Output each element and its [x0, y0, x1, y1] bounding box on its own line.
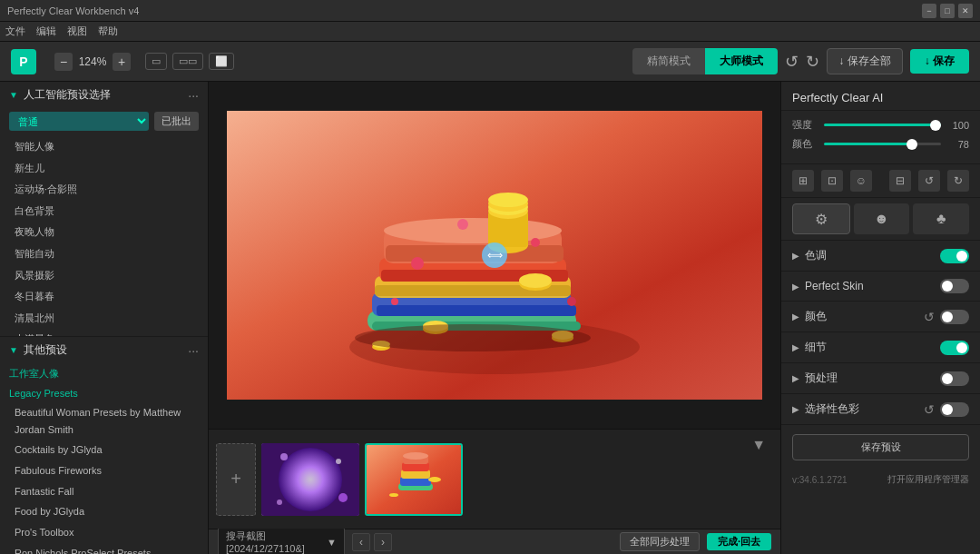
- search-text: 搜寻截图[2024/12/27110&]: [226, 529, 327, 554]
- sliders-icon[interactable]: ⊞: [792, 170, 814, 192]
- list-item[interactable]: 新生儿: [0, 158, 208, 180]
- chevron-down-icon: ▼: [9, 90, 18, 100]
- right-panel-header: Perfectly Clear AI: [781, 82, 980, 111]
- prev-button[interactable]: ‹: [352, 533, 370, 551]
- ai-presets-more-icon[interactable]: ···: [188, 88, 199, 103]
- list-item[interactable]: 智能人像: [0, 136, 208, 158]
- tab-presets[interactable]: ♣: [913, 203, 969, 234]
- titlebar: Perfectly Clear Workbench v4 − □ ✕: [0, 0, 980, 22]
- list-item[interactable]: 大漠景色: [0, 329, 208, 336]
- color-tone-toggle[interactable]: [940, 249, 969, 263]
- right-panel-title: Perfectly Clear AI: [792, 91, 969, 104]
- simple-mode-button[interactable]: 精简模式: [632, 48, 705, 74]
- save-preset-button[interactable]: 保存预设: [792, 434, 969, 460]
- list-item[interactable]: 清晨北州: [0, 308, 208, 330]
- split-handle[interactable]: ⟺: [482, 242, 507, 268]
- refresh-icon[interactable]: ↻: [947, 170, 969, 192]
- copy-icon[interactable]: ⊟: [889, 170, 911, 192]
- toggle-knob: [956, 342, 967, 353]
- add-image-button[interactable]: +: [216, 443, 256, 516]
- list-item[interactable]: Pro's Toolbox: [0, 522, 208, 543]
- toggle-knob: [956, 251, 967, 262]
- view-buttons: ▭ ▭▭ ⬜: [145, 53, 234, 70]
- plugin-manager-button[interactable]: 打开应用程序管理器: [887, 473, 969, 486]
- adjustment-preprocess[interactable]: ▶ 预处理: [781, 363, 980, 394]
- redo-button[interactable]: ↻: [806, 52, 819, 72]
- svg-point-45: [403, 452, 428, 460]
- minimize-button[interactable]: −: [922, 4, 936, 18]
- svg-point-32: [355, 324, 591, 351]
- ai-presets-header[interactable]: ▼ 人工智能预设选择 ···: [0, 82, 208, 108]
- other-presets-header[interactable]: ▼ 其他预设 ···: [0, 337, 208, 363]
- adjustment-color-tone[interactable]: ▶ 色调: [781, 241, 980, 272]
- save-all-button[interactable]: ↓ 保存全部: [827, 48, 902, 74]
- list-item[interactable]: Fabulous Fireworks: [0, 460, 208, 481]
- menu-help[interactable]: 帮助: [98, 25, 118, 38]
- adjustment-selective-color[interactable]: ▶ 选择性色彩 ↺: [781, 394, 980, 425]
- tab-face[interactable]: ☻: [854, 203, 910, 234]
- list-item[interactable]: Cocktails by JGlyda: [0, 440, 208, 460]
- adj-label: 细节: [805, 340, 940, 355]
- next-button[interactable]: ›: [374, 533, 392, 551]
- reset-icon[interactable]: ↺: [918, 170, 940, 192]
- filmstrip-item[interactable]: [261, 443, 359, 516]
- adj-label: 选择性色彩: [805, 401, 924, 417]
- list-item[interactable]: 夜晚人物: [0, 222, 208, 243]
- other-presets-more-icon[interactable]: ···: [188, 343, 199, 358]
- list-item[interactable]: Beautiful Woman Presets by Matthew Jorda…: [0, 402, 208, 440]
- refresh-icon[interactable]: ↺: [924, 402, 935, 417]
- work-portraits-label[interactable]: 工作室人像: [0, 363, 208, 384]
- search-display[interactable]: 搜寻截图[2024/12/27110&] ▼: [218, 527, 345, 554]
- toggle-knob: [942, 404, 953, 415]
- selective-color-toggle[interactable]: [940, 402, 969, 417]
- list-item[interactable]: Food by JGlyda: [0, 501, 208, 522]
- undo-button[interactable]: ↺: [785, 52, 799, 72]
- list-item[interactable]: 冬日暮春: [0, 286, 208, 308]
- menu-edit[interactable]: 编辑: [36, 25, 56, 38]
- list-item[interactable]: 风景摄影: [0, 265, 208, 287]
- split-view-button[interactable]: ▭▭: [172, 53, 203, 70]
- tab-adjustments[interactable]: ⚙: [792, 203, 850, 234]
- canvas-area: ⟺: [209, 82, 780, 429]
- crop-icon[interactable]: ⊡: [821, 170, 843, 192]
- adjustment-color[interactable]: ▶ 颜色 ↺: [781, 302, 980, 332]
- compare-view-button[interactable]: ⬜: [209, 53, 234, 70]
- svg-point-26: [488, 193, 528, 207]
- save-button[interactable]: ↓ 保存: [910, 49, 969, 74]
- done-button[interactable]: 完成·回去: [707, 533, 771, 550]
- color-label: 颜色: [792, 137, 817, 151]
- master-mode-button[interactable]: 大师模式: [705, 48, 778, 74]
- zoom-out-button[interactable]: −: [54, 53, 73, 71]
- list-item[interactable]: Ron Nichols ProSelect Presets: [0, 543, 208, 554]
- version-text: v:34.6.1.2721: [792, 475, 848, 485]
- maximize-button[interactable]: □: [940, 4, 955, 18]
- color-slider[interactable]: [824, 143, 941, 145]
- perfect-skin-toggle[interactable]: [940, 279, 969, 293]
- detail-toggle[interactable]: [940, 341, 969, 355]
- menu-view[interactable]: 视图: [67, 25, 87, 38]
- svg-rect-11: [386, 245, 564, 262]
- refresh-icon[interactable]: ↺: [924, 310, 935, 324]
- filmstrip-collapse-icon[interactable]: ▼: [751, 437, 766, 453]
- strength-slider[interactable]: [824, 124, 941, 126]
- sync-button[interactable]: 全部同步处理: [620, 532, 700, 551]
- list-item[interactable]: Fantastic Fall: [0, 481, 208, 502]
- svg-point-34: [279, 448, 342, 511]
- preprocess-toggle[interactable]: [940, 371, 969, 386]
- nav-buttons: ‹ ›: [352, 533, 392, 551]
- close-button[interactable]: ✕: [958, 4, 973, 18]
- zoom-in-button[interactable]: +: [113, 53, 131, 71]
- face-icon[interactable]: ☺: [850, 170, 872, 192]
- preset-dropdown[interactable]: 普通: [9, 112, 149, 131]
- adjustment-perfect-skin[interactable]: ▶ Perfect Skin: [781, 272, 980, 302]
- single-view-button[interactable]: ▭: [145, 53, 167, 70]
- list-item[interactable]: 运动场·合影照: [0, 179, 208, 201]
- list-item[interactable]: 智能自动: [0, 243, 208, 265]
- list-item[interactable]: 白色背景: [0, 201, 208, 223]
- menu-file[interactable]: 文件: [5, 25, 25, 38]
- preset-done-button[interactable]: 已批出: [154, 112, 199, 131]
- color-toggle[interactable]: [940, 310, 969, 324]
- filmstrip-item-selected[interactable]: [365, 443, 463, 516]
- legacy-presets-label[interactable]: Legacy Presets: [0, 384, 208, 402]
- adjustment-detail[interactable]: ▶ 细节: [781, 332, 980, 363]
